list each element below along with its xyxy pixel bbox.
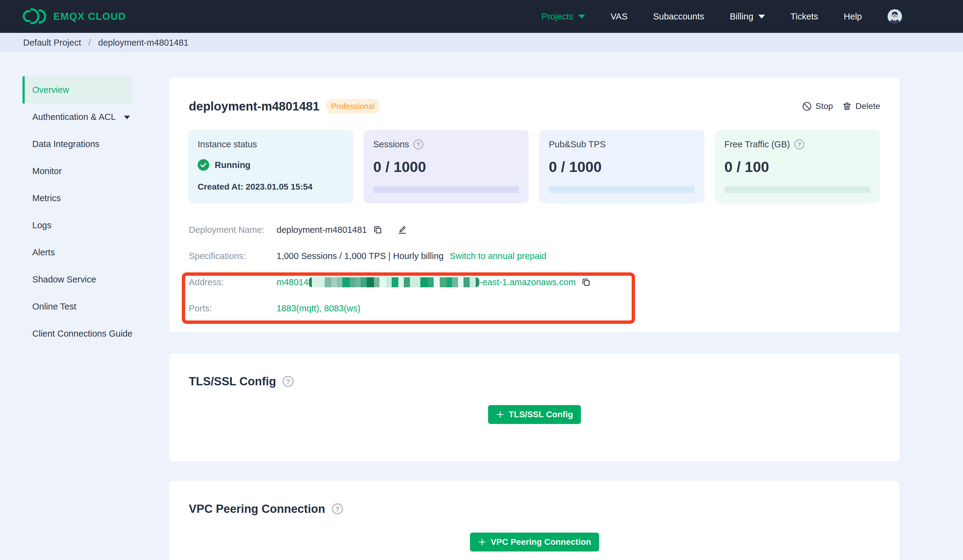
stat-title: Instance status bbox=[198, 140, 344, 149]
sidebar-item-alerts[interactable]: Alerts bbox=[23, 239, 132, 266]
stat-title: Pub&Sub TPS bbox=[549, 140, 695, 149]
row-label: Address: bbox=[189, 277, 277, 287]
sessions-value: 0 / 1000 bbox=[373, 158, 519, 176]
breadcrumb-deployment: deployment-m4801481 bbox=[98, 38, 188, 48]
address-value: m48014 -east-1.amazonaws.com bbox=[277, 277, 576, 287]
help-icon[interactable]: ? bbox=[413, 139, 423, 149]
chevron-down-icon bbox=[758, 15, 765, 19]
address-row: Address: m48014 -east-1.amazonaws.com bbox=[189, 269, 880, 295]
switch-billing-link[interactable]: Switch to annual prepaid bbox=[450, 251, 547, 261]
svg-text:?: ? bbox=[417, 141, 420, 147]
sidebar-item-monitor[interactable]: Monitor bbox=[23, 158, 132, 185]
instance-status-text: Running bbox=[215, 160, 251, 170]
deployment-overview-card: deployment-m4801481 Professional Stop bbox=[169, 77, 900, 332]
sidebar-item-metrics[interactable]: Metrics bbox=[23, 185, 132, 212]
stat-title: Sessions ? bbox=[373, 140, 519, 149]
delete-button[interactable]: Delete bbox=[842, 101, 880, 111]
tls-ssl-config-card: TLS/SSL Config ? TLS/SSL Config bbox=[169, 353, 900, 461]
edit-name-button[interactable] bbox=[397, 225, 407, 235]
breadcrumb-separator: / bbox=[88, 38, 91, 48]
plan-badge: Professional bbox=[326, 99, 380, 113]
nav-item-vas[interactable]: VAS bbox=[611, 11, 628, 22]
deployment-title: deployment-m4801481 bbox=[189, 100, 319, 113]
breadcrumb: Default Project / deployment-m4801481 bbox=[0, 33, 963, 52]
page-body: Overview Authentication & ACL Data Integ… bbox=[0, 52, 963, 560]
stat-card-sessions: Sessions ? 0 / 1000 bbox=[364, 130, 529, 203]
traffic-value: 0 / 100 bbox=[725, 158, 871, 176]
vpc-peering-card: VPC Peering Connection ? VPC Peering Con… bbox=[169, 481, 900, 560]
row-label: Specifications: bbox=[189, 251, 277, 261]
trash-icon bbox=[842, 101, 852, 111]
add-vpc-peering-button[interactable]: VPC Peering Connection bbox=[470, 532, 599, 552]
sidebar-item-online-test[interactable]: Online Test bbox=[23, 293, 132, 320]
tps-progress-bar bbox=[549, 186, 695, 193]
deployment-actions: Stop Delete bbox=[802, 101, 880, 111]
specifications-value: 1,000 Sessions / 1,000 TPS | Hourly bill… bbox=[277, 251, 444, 261]
sidebar: Overview Authentication & ACL Data Integ… bbox=[23, 76, 132, 347]
chevron-down-icon bbox=[578, 15, 585, 19]
plus-icon bbox=[496, 410, 504, 419]
check-circle-icon bbox=[198, 159, 209, 171]
nav-item-projects[interactable]: Projects bbox=[541, 11, 585, 22]
sidebar-item-authentication-acl[interactable]: Authentication & ACL bbox=[23, 104, 132, 131]
edit-pencil-icon bbox=[397, 225, 407, 235]
top-navbar: EMQX CLOUD Projects VAS Subaccounts Bill… bbox=[0, 0, 963, 33]
address-suffix: -east-1.amazonaws.com bbox=[480, 277, 576, 287]
deployment-title-row: deployment-m4801481 Professional Stop bbox=[189, 95, 880, 117]
stat-title: Free Traffic (GB) ? bbox=[725, 140, 871, 149]
ports-value: 1883(mqtt), 8083(ws) bbox=[277, 303, 361, 314]
vpc-section-title: VPC Peering Connection bbox=[189, 502, 325, 516]
stat-card-pubsub-tps: Pub&Sub TPS 0 / 1000 bbox=[539, 130, 704, 203]
stat-card-free-traffic: Free Traffic (GB) ? 0 / 100 bbox=[715, 130, 880, 203]
stop-icon bbox=[802, 102, 812, 111]
copy-address-button[interactable] bbox=[581, 277, 591, 287]
copy-name-button[interactable] bbox=[373, 225, 383, 235]
brand-name: EMQX CLOUD bbox=[53, 11, 126, 22]
user-avatar[interactable] bbox=[887, 9, 902, 24]
help-icon[interactable]: ? bbox=[332, 503, 343, 514]
section-header: VPC Peering Connection ? bbox=[189, 499, 343, 519]
copy-icon bbox=[373, 225, 383, 235]
address-prefix: m48014 bbox=[277, 277, 308, 287]
help-icon[interactable]: ? bbox=[283, 376, 293, 387]
sidebar-item-data-integrations[interactable]: Data Integrations bbox=[23, 131, 132, 158]
sidebar-item-logs[interactable]: Logs bbox=[23, 212, 132, 239]
ports-row: Ports: 1883(mqtt), 8083(ws) bbox=[189, 295, 880, 321]
sidebar-item-shadow-service[interactable]: Shadow Service bbox=[23, 266, 132, 293]
row-label: Deployment Name: bbox=[189, 225, 277, 235]
add-tls-ssl-config-button[interactable]: TLS/SSL Config bbox=[488, 405, 581, 424]
brand[interactable]: EMQX CLOUD bbox=[23, 8, 126, 25]
nav-item-billing[interactable]: Billing bbox=[730, 11, 765, 22]
specifications-row: Specifications: 1,000 Sessions / 1,000 T… bbox=[189, 243, 880, 269]
section-header: TLS/SSL Config ? bbox=[189, 372, 293, 391]
nav-item-subaccounts[interactable]: Subaccounts bbox=[653, 11, 704, 22]
help-icon[interactable]: ? bbox=[794, 139, 804, 149]
deployment-name-value: deployment-m4801481 bbox=[277, 225, 367, 235]
sidebar-item-client-connections-guide[interactable]: Client Connections Guide bbox=[23, 320, 132, 347]
address-redacted-mosaic bbox=[309, 277, 479, 287]
svg-text:?: ? bbox=[797, 141, 801, 147]
stat-cards: Instance status Running Created At: 2023… bbox=[188, 130, 880, 203]
deployment-info: Deployment Name: deployment-m4801481 bbox=[189, 217, 880, 321]
stat-card-instance-status: Instance status Running Created At: 2023… bbox=[188, 130, 353, 203]
copy-icon bbox=[581, 277, 591, 287]
breadcrumb-project[interactable]: Default Project bbox=[23, 38, 81, 48]
chevron-down-icon bbox=[124, 116, 130, 119]
nav-item-tickets[interactable]: Tickets bbox=[791, 11, 818, 22]
sidebar-item-overview[interactable]: Overview bbox=[23, 76, 132, 104]
traffic-progress-bar bbox=[725, 186, 871, 193]
main-content: deployment-m4801481 Professional Stop bbox=[169, 52, 900, 560]
tps-value: 0 / 1000 bbox=[549, 158, 695, 176]
deployment-name-row: Deployment Name: deployment-m4801481 bbox=[189, 217, 880, 243]
nav-menu: Projects VAS Subaccounts Billing Tickets… bbox=[541, 9, 902, 24]
created-at-text: Created At: 2023.01.05 15:54 bbox=[198, 182, 344, 192]
svg-text:?: ? bbox=[286, 378, 290, 385]
stop-button[interactable]: Stop bbox=[802, 101, 833, 111]
sessions-progress-bar bbox=[373, 186, 519, 193]
plus-icon bbox=[478, 538, 486, 546]
instance-status-row: Running bbox=[198, 159, 344, 171]
tls-section-title: TLS/SSL Config bbox=[189, 375, 276, 388]
row-label: Ports: bbox=[189, 303, 277, 314]
nav-item-help[interactable]: Help bbox=[844, 11, 862, 22]
emqx-logo-icon bbox=[23, 8, 46, 25]
